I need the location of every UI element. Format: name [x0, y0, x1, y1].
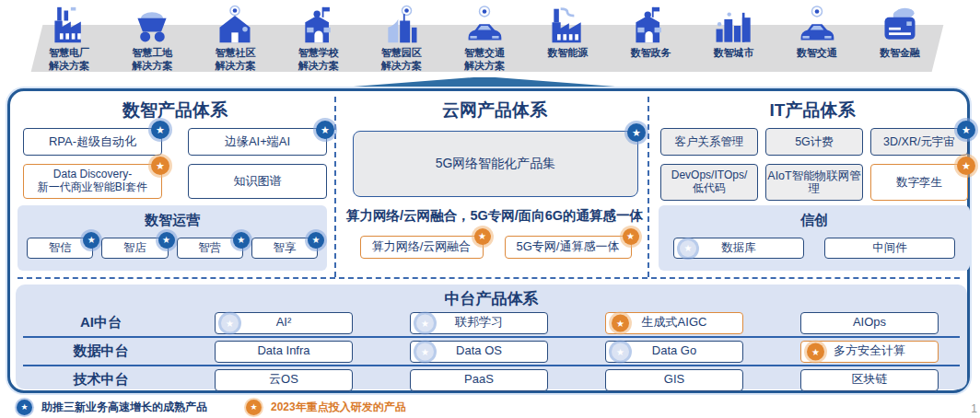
blue-star-icon: ★	[316, 121, 334, 139]
xinchuang-title: 信创	[659, 212, 970, 229]
banner-item-digital-energy: 数智能源	[526, 3, 609, 82]
chip-5g-billing: 5G计费	[765, 128, 863, 156]
banner-label: 智慧园区	[381, 47, 422, 60]
blue-star-icon: ★	[957, 121, 975, 139]
row-label: 数据中台	[74, 343, 129, 360]
digital-panel-title: 数智产品体系	[16, 99, 334, 122]
blue-star-icon: ★	[416, 314, 434, 331]
cloud-chip-row: 算力网络/云网融合 ★ 5G专网/通算感一体 ★	[353, 236, 638, 259]
mining-cart-icon	[131, 3, 173, 47]
banner-item-smart-school: 智慧学校 解决方案	[277, 3, 360, 82]
chip-rpa: RPA-超级自动化 ★	[23, 128, 162, 156]
tech-platform-row: 技术中台 云OS PaaS GIS 区块链	[16, 366, 967, 393]
banner-label: 数智城市	[714, 47, 754, 60]
banner-label: 智慧社区	[215, 47, 255, 60]
blue-star-icon: ★	[612, 343, 629, 360]
bank-card-icon	[879, 3, 921, 47]
chip-data-os: Data OS ★	[410, 341, 548, 363]
blue-star-icon: ★	[680, 240, 696, 257]
data-platform-row: 数据中台 Data Infra Data OS ★ Data Go ★ 多方安全…	[16, 338, 967, 365]
chip-paas: PaaS	[410, 369, 548, 391]
digital-ops-subpanel: 数智运营 智信 ★ 智店 ★ 智营 ★ 智享 ★	[18, 205, 327, 271]
product-architecture-box: 数智产品体系 RPA-超级自动化 ★ 边缘AI+端AI ★ Data Disco…	[7, 88, 970, 393]
blue-star-icon: ★	[83, 232, 99, 249]
orange-star-icon: ★	[612, 314, 629, 331]
banner-label: 解决方案	[464, 60, 505, 73]
mid-platform-panel: 中台产品体系 AI中台 AI² ★ 联邦学习 ★ 生成式AIGC ★ AIOps…	[16, 284, 967, 389]
chip-3d-xr-metaverse: 3D/XR/元宇宙 ★	[870, 128, 968, 156]
connected-car-icon	[796, 3, 838, 47]
chip-mpc: 多方安全计算 ★	[800, 341, 939, 363]
row-divider	[18, 277, 960, 279]
blue-star-icon: ★	[158, 232, 175, 249]
chip-devops: DevOps/ITOps/ 低代码	[660, 164, 758, 201]
banner-item-digital-city: 数智城市	[693, 3, 776, 82]
banner-label: 数智交通	[797, 47, 837, 60]
cloud-subtitle: 算力网络/云网融合，5G专网/面向6G的通算感一体	[340, 207, 649, 225]
city-skyline-icon	[713, 3, 755, 47]
orange-star-icon: ★	[474, 228, 491, 245]
banner-item-digital-finance: 数智金融	[858, 3, 941, 82]
factory-icon	[48, 3, 90, 47]
banner-label: 智慧工地	[132, 47, 172, 60]
blue-star-icon: ★	[17, 400, 32, 415]
banner-label: 数智政务	[630, 47, 671, 60]
banner-item-smart-traffic: 智慧交通 解决方案	[443, 3, 526, 82]
banner-label: 数智能源	[547, 47, 588, 60]
digital-chip-grid: RPA-超级自动化 ★ 边缘AI+端AI ★ Data Discovery- 新…	[23, 128, 329, 199]
campus-icon	[380, 3, 423, 47]
digital-ops-title: 数智运营	[18, 212, 327, 229]
chip-zhiying: 智营 ★	[177, 238, 243, 259]
banner-item-smart-community: 智慧社区 解决方案	[193, 3, 276, 82]
chip-ai2: AI² ★	[215, 312, 353, 334]
school-icon	[298, 3, 340, 47]
blue-star-icon: ★	[221, 314, 239, 331]
xinchuang-chips: 数据库 ★ 中间件	[673, 238, 955, 259]
chip-knowledge-graph: 知识图谱	[188, 164, 327, 199]
chip-computing-network: 算力网络/云网融合 ★	[360, 236, 484, 259]
it-chip-grid: 客户关系管理 5G计费 3D/XR/元宇宙 ★ DevOps/ITOps/ 低代…	[659, 128, 970, 201]
xinchuang-subpanel: 信创 数据库 ★ 中间件	[659, 205, 970, 271]
chip-edge-ai: 边缘AI+端AI ★	[188, 128, 327, 156]
chip-data-discovery: Data Discovery- 新一代商业智能BI套件 ★	[23, 164, 162, 199]
page-number: 1	[971, 402, 977, 415]
chip-cloud-os: 云OS	[215, 369, 353, 391]
column-divider	[334, 97, 336, 277]
cloud-panel-title: 云网产品体系	[340, 99, 649, 122]
government-building-icon	[629, 3, 671, 47]
smart-home-icon	[214, 3, 256, 47]
banner-label: 智慧学校	[298, 47, 339, 60]
chip-aiops: AIOps	[800, 312, 939, 334]
chip-data-go: Data Go ★	[605, 341, 743, 363]
orange-star-icon: ★	[151, 157, 169, 175]
banner-label: 智慧电厂	[49, 47, 89, 60]
chip-gis: GIS	[605, 369, 743, 391]
banner-label: 数智金融	[880, 47, 920, 60]
chip-5g-network-intelligence: 5G网络智能化产品集 ★	[353, 131, 638, 197]
chip-blockchain: 区块链	[800, 369, 939, 391]
energy-factory-icon	[546, 3, 589, 47]
banner-item-smart-power: 智慧电厂 解决方案	[28, 3, 111, 82]
chip-digital-twin: 数字孪生 ★	[870, 164, 968, 201]
chip-zhidian: 智店 ★	[101, 238, 168, 259]
orange-star-icon: ★	[957, 157, 975, 175]
solution-banner: 智慧电厂 解决方案 智慧工地 解决方案 智慧社区 解决方案 智慧学校 解决方案 …	[28, 3, 941, 82]
chip-data-infra: Data Infra	[215, 341, 353, 363]
blue-star-icon: ★	[151, 121, 169, 139]
chip-database: 数据库 ★	[673, 238, 804, 259]
legend-orange-label: 2023年重点投入研发的产品	[271, 400, 406, 415]
chip-middleware: 中间件	[824, 238, 955, 259]
banner-label: 智慧交通	[464, 47, 505, 60]
banner-item-digital-transport: 数智交通	[776, 3, 858, 82]
blue-star-icon: ★	[416, 343, 434, 360]
mid-platform-title: 中台产品体系	[16, 288, 967, 309]
banner-item-smart-site: 智慧工地 解决方案	[111, 3, 193, 82]
legend-blue-label: 助推三新业务高速增长的成熟产品	[41, 400, 207, 415]
chip-5g-private-network: 5G专网/通算感一体 ★	[505, 236, 632, 259]
row-label: 技术中台	[74, 371, 129, 389]
chip-crm: 客户关系管理	[660, 128, 758, 156]
blue-star-icon: ★	[627, 123, 646, 142]
legend: ★ 助推三新业务高速增长的成熟产品 ★ 2023年重点投入研发的产品	[17, 400, 406, 415]
chip-zhixiang: 智享 ★	[251, 238, 318, 259]
it-panel-title: IT产品体系	[655, 99, 970, 122]
